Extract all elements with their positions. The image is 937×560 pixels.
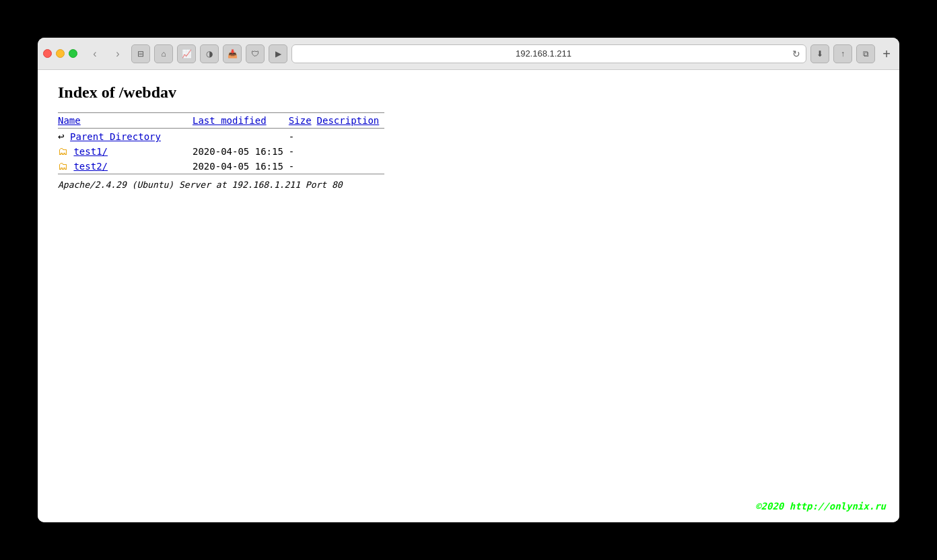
entry-size-cell: - xyxy=(289,159,317,174)
folder-icon: 🗂 xyxy=(58,145,68,158)
table-separator-row xyxy=(58,174,384,174)
entry-modified-cell: 2020-04-05 16:15 xyxy=(193,144,289,159)
download-icon: ⬇ xyxy=(817,49,823,59)
name-sort-link[interactable]: Name xyxy=(58,115,81,126)
close-button[interactable] xyxy=(43,49,52,58)
traffic-lights xyxy=(43,49,77,58)
pocket-icon: 📥 xyxy=(228,49,238,59)
home-icon: ⌂ xyxy=(161,49,166,59)
copyright: ©2020 http://onlynix.ru xyxy=(755,501,886,512)
shield-icon: 🛡 xyxy=(251,49,259,59)
entry-link[interactable]: Parent Directory xyxy=(70,131,161,142)
entry-name-cell: 🗂 test2/ xyxy=(58,159,193,174)
entry-link[interactable]: test2/ xyxy=(73,161,108,172)
desc-sort-link[interactable]: Description xyxy=(317,115,380,126)
folder-icon: 🗂 xyxy=(58,160,68,172)
address-input[interactable] xyxy=(298,48,790,59)
graph-icon: 📈 xyxy=(182,49,192,59)
entry-modified-cell xyxy=(193,129,289,145)
browser-window: ‹ › ⊟ ⌂ 📈 ◑ 📥 🛡 ▶ ↻ xyxy=(38,38,899,522)
media-button[interactable]: ▶ xyxy=(269,44,287,63)
col-name-header[interactable]: Name xyxy=(58,113,193,129)
home-button[interactable]: ⌂ xyxy=(154,44,173,63)
table-header-row: Name Last modified Size Description xyxy=(58,113,384,129)
table-row: 🗂 test2/ 2020-04-05 16:15 - xyxy=(58,159,384,174)
col-size-header[interactable]: Size xyxy=(289,113,317,129)
title-bar: ‹ › ⊟ ⌂ 📈 ◑ 📥 🛡 ▶ ↻ xyxy=(38,38,899,70)
back-button[interactable]: ‹ xyxy=(85,44,104,63)
new-tab-button[interactable]: + xyxy=(879,46,894,61)
forward-button[interactable]: › xyxy=(108,44,127,63)
sidebar-button[interactable]: ⊟ xyxy=(131,44,150,63)
share-icon: ↑ xyxy=(841,49,845,59)
media-icon: ▶ xyxy=(275,49,281,59)
pip-icon: ⧉ xyxy=(863,49,869,59)
pocket-button[interactable]: 📥 xyxy=(223,44,242,63)
entry-size-cell: - xyxy=(289,144,317,159)
page-content: Index of /webdav Name Last modified Size… xyxy=(38,70,899,522)
toolbar-right: ⬇ ↑ ⧉ xyxy=(810,44,875,63)
back-icon: ‹ xyxy=(93,48,96,60)
reload-button[interactable]: ↻ xyxy=(792,48,800,59)
entry-name-cell: ↩ Parent Directory xyxy=(58,129,193,145)
col-desc-header[interactable]: Description xyxy=(317,113,385,129)
entry-name-cell: 🗂 test1/ xyxy=(58,144,193,159)
shield-button[interactable]: 🛡 xyxy=(246,44,265,63)
entry-modified-cell: 2020-04-05 16:15 xyxy=(193,159,289,174)
entry-size-cell: - xyxy=(289,129,317,145)
entry-desc-cell xyxy=(317,129,385,145)
col-modified-header[interactable]: Last modified xyxy=(193,113,289,129)
address-bar-wrap[interactable]: ↻ xyxy=(291,44,806,63)
directory-table: Name Last modified Size Description ↩ xyxy=(58,112,384,174)
server-footer: Apache/2.4.29 (Ubuntu) Server at 192.168… xyxy=(58,180,879,190)
forward-icon: › xyxy=(116,48,119,60)
entry-desc-cell xyxy=(317,144,385,159)
minimize-button[interactable] xyxy=(56,49,65,58)
entry-desc-cell xyxy=(317,159,385,174)
pip-button[interactable]: ⧉ xyxy=(856,44,875,63)
graph-button[interactable]: 📈 xyxy=(177,44,196,63)
parent-icon: ↩ xyxy=(58,130,65,143)
page-title: Index of /webdav xyxy=(58,83,879,102)
table-row: 🗂 test1/ 2020-04-05 16:15 - xyxy=(58,144,384,159)
modified-sort-link[interactable]: Last modified xyxy=(193,115,267,126)
maximize-button[interactable] xyxy=(69,49,77,58)
theme-icon: ◑ xyxy=(206,49,213,59)
theme-button[interactable]: ◑ xyxy=(200,44,219,63)
share-button[interactable]: ↑ xyxy=(833,44,852,63)
entry-link[interactable]: test1/ xyxy=(73,146,108,157)
sidebar-icon: ⊟ xyxy=(137,49,144,59)
download-button[interactable]: ⬇ xyxy=(810,44,829,63)
size-sort-link[interactable]: Size xyxy=(289,115,312,126)
table-row: ↩ Parent Directory - xyxy=(58,129,384,145)
